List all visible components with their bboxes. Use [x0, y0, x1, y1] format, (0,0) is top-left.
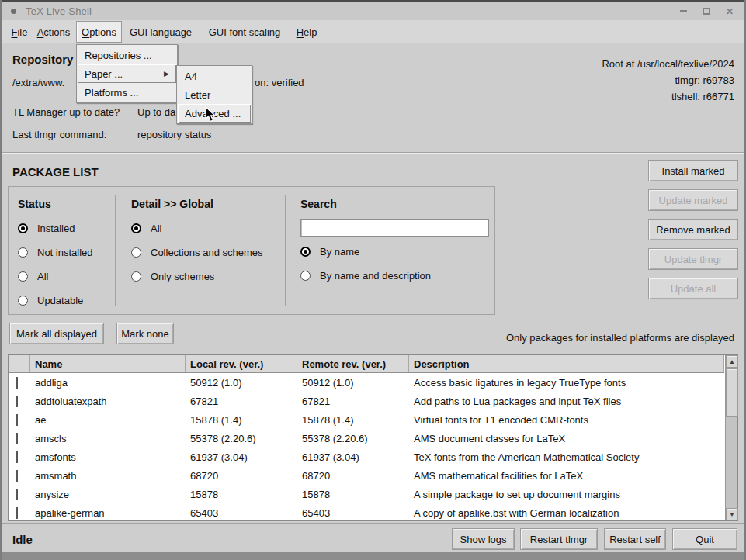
- status-option-all[interactable]: All: [18, 264, 93, 289]
- status-radio-group: InstalledNot installedAllUpdatable: [18, 216, 93, 313]
- status-group-label: Status: [18, 198, 51, 210]
- menu-item-label: A4: [185, 71, 197, 82]
- uptodate-value: Up to da: [137, 106, 175, 118]
- column-header-local-rev-ver[interactable]: Local rev. (ver.): [186, 355, 297, 372]
- update-all-button[interactable]: Update all: [648, 278, 738, 299]
- row-checkbox[interactable]: [16, 433, 18, 444]
- search-option-by-name[interactable]: By name: [300, 240, 431, 264]
- update-marked-button[interactable]: Update marked: [648, 189, 738, 211]
- paper-submenu-item-letter[interactable]: Letter: [178, 85, 251, 104]
- detail-group-label: Detail >> Global: [131, 198, 213, 210]
- cell-name: apalike-german: [30, 507, 186, 519]
- cell-local: 61937 (3.04): [186, 451, 297, 463]
- restart-tlmgr-button[interactable]: Restart tlmgr: [520, 528, 598, 550]
- cell-local: 50912 (1.0): [186, 377, 297, 389]
- mark-all-displayed-button[interactable]: Mark all displayed: [9, 323, 104, 344]
- radio-label: All: [151, 223, 161, 234]
- detail-option-only-schemes[interactable]: Only schemes: [131, 264, 263, 289]
- menu-actions[interactable]: Actions: [29, 21, 78, 43]
- table-row[interactable]: ae15878 (1.4)15878 (1.4)Virtual fonts fo…: [9, 410, 724, 429]
- menu-item-label: Platforms ...: [85, 87, 138, 99]
- column-header-checkbox[interactable]: [9, 355, 30, 372]
- table-row[interactable]: addliga50912 (1.0)50912 (1.0)Access basi…: [9, 373, 724, 392]
- cell-name: addliga: [30, 377, 186, 389]
- options-menu-item-repositories[interactable]: Repositories ...: [78, 46, 176, 64]
- maximize-icon: [703, 8, 710, 15]
- install-marked-button[interactable]: Install marked: [648, 160, 738, 181]
- menu-options[interactable]: Options: [76, 21, 122, 43]
- column-header-remote-rev-ver[interactable]: Remote rev. (ver.): [297, 355, 409, 372]
- remove-marked-button[interactable]: Remove marked: [648, 219, 738, 240]
- column-header-description[interactable]: Description: [409, 355, 724, 372]
- column-header-name[interactable]: Name: [30, 355, 186, 372]
- last-command-value: repository status: [137, 129, 211, 140]
- status-option-not-installed[interactable]: Not installed: [18, 240, 93, 264]
- app-icon: [11, 9, 16, 14]
- menu-item-label: Paper ...: [85, 68, 123, 80]
- search-option-by-name-and-description[interactable]: By name and description: [300, 264, 431, 288]
- cell-desc: Add paths to Lua packages and input TeX …: [409, 396, 724, 407]
- cell-remote: 15878: [297, 489, 409, 500]
- mark-none-button[interactable]: Mark none: [116, 323, 174, 344]
- status-option-installed[interactable]: Installed: [18, 216, 93, 240]
- row-checkbox[interactable]: [16, 489, 18, 500]
- table-row[interactable]: addtoluatexpath6782167821Add paths to Lu…: [9, 392, 724, 410]
- row-checkbox[interactable]: [16, 377, 18, 389]
- row-checkbox[interactable]: [16, 414, 18, 426]
- radio-icon: [131, 247, 141, 258]
- table-row[interactable]: apalike-german6540365403A copy of apalik…: [9, 503, 724, 520]
- table-row[interactable]: amsfonts61937 (3.04)61937 (3.04)TeX font…: [9, 448, 724, 466]
- scroll-down-icon[interactable]: ▼: [726, 508, 738, 520]
- close-button[interactable]: ✕: [724, 6, 735, 17]
- show-logs-button[interactable]: Show logs: [452, 528, 515, 550]
- row-checkbox[interactable]: [16, 396, 18, 407]
- maximize-button[interactable]: [701, 6, 712, 17]
- last-command-label: Last tlmgr command:: [12, 129, 106, 140]
- cell-remote: 55378 (2.20.6): [297, 433, 409, 444]
- table-row[interactable]: amsmath6872068720AMS mathematical facili…: [9, 466, 724, 485]
- minimize-button[interactable]: [678, 6, 689, 17]
- cell-local: 55378 (2.20.6): [186, 433, 297, 444]
- detail-option-all[interactable]: All: [131, 216, 263, 240]
- tlmgr-revision: tlmgr: r69783: [675, 74, 734, 86]
- quit-button[interactable]: Quit: [672, 528, 737, 550]
- scroll-up-icon[interactable]: ▲: [726, 355, 738, 368]
- menu-gui-font-scaling[interactable]: GUI font scaling: [198, 21, 291, 43]
- cell-desc: AMS mathematical facilities for LaTeX: [409, 470, 724, 482]
- tlshell-revision: tlshell: r66771: [671, 91, 734, 102]
- options-menu-item-paper[interactable]: Paper ...▶: [78, 64, 176, 83]
- repository-heading: Repository: [12, 53, 73, 66]
- search-radio-group: By nameBy name and description: [300, 240, 431, 288]
- window-title: TeX Live Shell: [26, 5, 92, 17]
- options-menu-item-platforms[interactable]: Platforms ...: [78, 83, 176, 102]
- radio-icon: [300, 247, 311, 257]
- cell-name: amscls: [30, 433, 186, 444]
- cell-desc: A simple package to set up document marg…: [409, 489, 724, 500]
- scrollbar[interactable]: ▲ ▼: [725, 355, 737, 520]
- paper-submenu-item-a4[interactable]: A4: [178, 67, 251, 85]
- radio-icon: [300, 271, 311, 281]
- cell-desc: A copy of apalike.bst with German locali…: [409, 507, 724, 519]
- table-row[interactable]: anysize1587815878A simple package to set…: [9, 485, 724, 503]
- row-checkbox[interactable]: [16, 507, 18, 519]
- table-row[interactable]: amscls55378 (2.20.6)55378 (2.20.6)AMS do…: [9, 429, 724, 448]
- update-tlmgr-button[interactable]: Update tlmgr: [648, 248, 738, 270]
- row-checkbox[interactable]: [16, 470, 18, 482]
- cell-local: 15878 (1.4): [186, 414, 297, 426]
- search-group-label: Search: [300, 198, 337, 210]
- search-input[interactable]: [300, 219, 489, 237]
- restart-self-button[interactable]: Restart self: [604, 528, 666, 550]
- row-checkbox[interactable]: [16, 451, 18, 463]
- menu-help[interactable]: Help: [290, 21, 324, 43]
- radio-icon: [18, 271, 28, 282]
- detail-option-collections-and-schemes[interactable]: Collections and schemes: [131, 240, 263, 264]
- radio-label: Collections and schemes: [151, 247, 263, 258]
- cell-name: anysize: [30, 489, 186, 500]
- section-divider: [2, 152, 744, 154]
- menu-gui-language[interactable]: GUI language: [122, 21, 200, 43]
- radio-label: Installed: [37, 223, 75, 234]
- status-option-updatable[interactable]: Updatable: [18, 289, 93, 313]
- menu-file[interactable]: File: [6, 21, 33, 43]
- filter-frame: Status InstalledNot installedAllUpdatabl…: [8, 186, 495, 315]
- scrollbar-thumb[interactable]: [726, 368, 738, 417]
